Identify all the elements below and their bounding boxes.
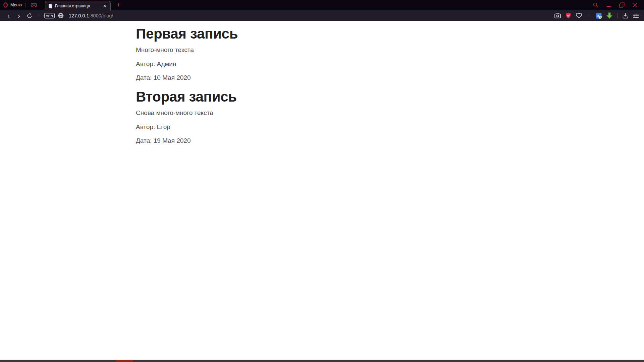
restore-button[interactable] <box>615 0 628 10</box>
post-body: Снова много-много текста <box>136 108 644 118</box>
page-content: Первая запись Много-много текста Автор: … <box>0 21 644 360</box>
post-date: Дата: 19 Мая 2020 <box>136 136 644 146</box>
post-title: Вторая запись <box>136 89 644 105</box>
restore-icon <box>619 2 625 8</box>
globe-icon <box>58 13 64 18</box>
close-icon <box>632 3 637 8</box>
post-body: Много-много текста <box>136 45 644 55</box>
savefrom-extension-button[interactable] <box>605 11 614 20</box>
back-button[interactable]: ‹ <box>3 11 14 20</box>
gx-corner-button[interactable] <box>30 1 38 9</box>
camera-icon <box>554 13 561 18</box>
extension-divider-dots: ⋮ <box>587 13 591 18</box>
vpn-badge[interactable]: VPN <box>44 13 55 18</box>
tab-close-icon[interactable]: ✕ <box>102 3 107 9</box>
search-button[interactable] <box>589 0 602 10</box>
gx-controller-icon <box>31 3 37 7</box>
forward-button[interactable]: › <box>14 11 24 20</box>
tune-icon <box>633 13 639 18</box>
reload-icon <box>27 13 32 18</box>
blog-post-1: Первая запись Много-много текста Автор: … <box>136 26 644 83</box>
tab-title: Главная страница <box>55 4 100 8</box>
divider <box>25 3 26 7</box>
minimize-button[interactable] <box>602 0 615 10</box>
translate-icon: a <box>596 13 602 19</box>
bookmark-heart-button[interactable] <box>574 11 584 20</box>
toolbar-divider-dots: ⋮ <box>37 13 40 18</box>
post-title: Первая запись <box>136 26 644 42</box>
downloads-button[interactable] <box>621 11 630 20</box>
url-host: 127.0.0.1 <box>69 13 89 18</box>
taskbar-edge <box>0 360 644 362</box>
forward-icon: › <box>18 12 20 19</box>
translate-extension-button[interactable]: a <box>594 11 603 20</box>
url-path: :8000/blog/ <box>89 13 113 18</box>
back-icon: ‹ <box>7 12 10 19</box>
search-icon <box>593 2 598 8</box>
tab-bar: Меню Главная страница ✕ + <box>0 0 644 10</box>
post-author: Автор: Админ <box>136 59 644 69</box>
divider <box>617 13 618 18</box>
opera-logo-icon <box>3 2 8 8</box>
new-tab-button[interactable]: + <box>115 2 122 9</box>
window-controls <box>589 0 644 10</box>
post-author: Автор: Егор <box>136 122 644 132</box>
blog-post-2: Вторая запись Снова много-много текста А… <box>136 89 644 146</box>
shield-icon <box>565 12 572 19</box>
minimize-icon <box>606 2 611 8</box>
address-toolbar: ‹ › ⋮ VPN 127.0.0.1:8000/blog/ <box>0 10 644 21</box>
download-icon <box>623 13 628 18</box>
page-favicon <box>48 4 52 8</box>
toolbar-right-tools: ⋮ a <box>553 11 641 20</box>
tab-glavnaya-stranitsa[interactable]: Главная страница ✕ <box>45 1 111 10</box>
taskbar-accent-segment <box>116 360 133 362</box>
site-globe-button[interactable] <box>58 13 64 18</box>
menu-label: Меню <box>10 3 22 7</box>
reload-button[interactable] <box>24 11 35 20</box>
address-url[interactable]: 127.0.0.1:8000/blog/ <box>69 13 113 18</box>
adblock-shield-button[interactable] <box>564 11 573 20</box>
green-arrow-icon <box>606 12 613 19</box>
opera-menu-button[interactable]: Меню <box>3 2 22 8</box>
close-window-button[interactable] <box>628 0 641 10</box>
post-date: Дата: 10 Мая 2020 <box>136 73 644 83</box>
snapshot-button[interactable] <box>553 11 562 20</box>
heart-icon <box>576 13 582 18</box>
easy-setup-button[interactable] <box>631 11 641 20</box>
